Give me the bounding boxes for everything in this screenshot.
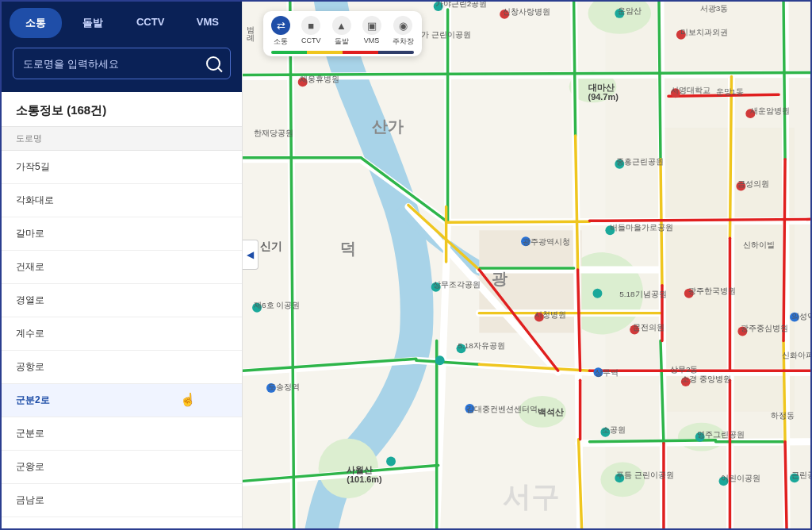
map-label: 미보치과외권	[680, 28, 728, 36]
map-label: 한재당공원	[254, 129, 293, 137]
map-label: 근린공원	[791, 470, 810, 479]
collapse-handle[interactable]: ◀	[243, 240, 259, 270]
map-label: (94.7m)	[588, 92, 619, 102]
map-label: 제6호 이공원	[254, 301, 300, 309]
road-item[interactable]: 금봉로	[2, 517, 242, 528]
road-item[interactable]: 각화대로	[2, 184, 242, 217]
legend-item-cctv[interactable]: ■CCTV	[301, 16, 321, 44]
map-label: 김대중컨벤션센터역	[466, 405, 538, 413]
road-item[interactable]: 군왕로	[2, 451, 242, 484]
svg-point-21	[386, 457, 396, 467]
map-label: 하정동	[771, 411, 795, 420]
map-label: 사월산	[347, 465, 373, 474]
map-label: 시청병원	[534, 310, 566, 319]
road-item[interactable]: 금남로	[2, 484, 242, 517]
svg-point-18	[592, 289, 602, 298]
map-label: 버들마을가로공원	[610, 223, 673, 232]
search-icon[interactable]	[206, 56, 220, 71]
map-label: 5.18기념공원	[619, 290, 666, 298]
legend-label: CCTV	[301, 36, 321, 44]
cursor-icon: ☝	[180, 392, 196, 407]
tab-incident[interactable]: 돌발	[67, 8, 119, 38]
sidebar: 소통돌발CCTVVMS 소통정보 (168건) 도로명 가작5길각화대로갈마로건…	[2, 2, 243, 528]
map-label: 소경 중앙병원	[681, 374, 731, 383]
map-label: 의성역	[791, 312, 810, 321]
map-label: 채웅휴병원	[300, 75, 339, 83]
map-label: 어린이공원	[721, 474, 760, 482]
parking-icon: ◉	[393, 16, 412, 35]
map-label: 상무조각공원	[433, 280, 481, 289]
map-label: 소공원	[602, 425, 626, 434]
incident-icon: ▲	[332, 16, 351, 35]
map-label: 신하이빌	[743, 240, 775, 249]
map-label: 상무역	[595, 368, 619, 377]
map-label: 서광3동	[700, 4, 729, 13]
legend-side-label: 범례	[246, 21, 255, 36]
map-label: 중흥근린공원	[616, 157, 664, 166]
column-header: 도로명	[2, 126, 242, 151]
tab-traffic[interactable]: 소통	[10, 8, 62, 38]
vms-icon: ▣	[362, 16, 381, 35]
map-label: 금성의원	[737, 179, 769, 188]
cctv-icon: ■	[301, 16, 320, 35]
map-label: 광주중심병원	[741, 324, 788, 332]
map-label: 문전의원	[633, 323, 665, 332]
map-label: 덕	[340, 240, 356, 257]
map[interactable]: 범례 ⇄소통■CCTV▲돌발▣VMS◉주차장 ◀	[243, 2, 810, 528]
road-item[interactable]: 건재로	[2, 251, 242, 284]
top-nav: 소통돌발CCTVVMS	[2, 2, 242, 38]
legend-item-vms[interactable]: ▣VMS	[362, 16, 381, 44]
map-label: 대마산	[588, 83, 615, 92]
search-bar	[2, 38, 242, 92]
map-label: 운망1동	[716, 87, 745, 96]
map-label: 산가	[372, 117, 404, 135]
road-item[interactable]: 가작5길	[2, 151, 242, 184]
road-item[interactable]: 경열로	[2, 284, 242, 317]
road-list[interactable]: 가작5길각화대로갈마로건재로경열로계수로공항로군분2로☝군분로군왕로금남로금봉로…	[2, 151, 242, 528]
map-label: 광주한국병원	[688, 286, 736, 295]
map-label: 5.18자유공원	[458, 341, 505, 350]
map-label: 신가 근린이공원	[413, 30, 471, 39]
tab-vms[interactable]: VMS	[182, 8, 234, 38]
legend-item-incident[interactable]: ▲돌발	[332, 16, 351, 47]
map-label: 가야근린2공원	[435, 2, 488, 8]
road-item[interactable]: 군분로	[2, 417, 242, 451]
legend-label: 주차장	[393, 36, 414, 47]
map-legend: ⇄소통■CCTV▲돌발▣VMS◉주차장	[263, 11, 422, 56]
map-label: 새운암병원	[750, 106, 790, 115]
map-label: 서영대학교	[671, 86, 710, 94]
legend-item-parking[interactable]: ◉주차장	[393, 16, 414, 47]
map-label: 신화아파트	[782, 351, 810, 359]
map-label: 운암산	[618, 6, 642, 15]
map-label: 백석산	[538, 407, 564, 417]
map-label: 신기	[260, 240, 282, 252]
legend-color-bar	[271, 51, 414, 54]
road-item[interactable]: 갈마로	[2, 217, 242, 251]
search-input[interactable]	[23, 58, 206, 70]
map-label: 푸듬 근린이공원	[616, 470, 674, 479]
traffic-icon: ⇄	[271, 16, 290, 35]
road-item[interactable]: 계수로	[2, 317, 242, 351]
road-item[interactable]: 군분2로☝	[2, 384, 242, 417]
map-label: 도송정역	[268, 382, 300, 391]
map-canvas[interactable]: 서구 광산가덕 신기 대마산(94.7m)사월산(101.6m)백석산 가야근린…	[243, 2, 810, 528]
tab-cctv[interactable]: CCTV	[124, 8, 177, 38]
legend-item-traffic[interactable]: ⇄소통	[271, 16, 290, 47]
map-label: 영주그린공원	[697, 430, 745, 439]
map-label: 광	[492, 270, 508, 287]
map-label: 상무2동	[670, 365, 699, 374]
road-item[interactable]: 공항로	[2, 351, 242, 384]
map-label: 신창사랑병원	[503, 7, 550, 16]
legend-label: 소통	[274, 36, 288, 47]
svg-point-20	[435, 355, 445, 365]
district-name: 서구	[503, 481, 560, 513]
search-box[interactable]	[13, 48, 231, 79]
legend-label: 돌발	[335, 36, 349, 47]
info-title: 소통정보 (168건)	[2, 92, 242, 126]
map-label: (101.6m)	[347, 474, 382, 484]
legend-label: VMS	[364, 36, 380, 44]
map-label: 광주광역시청	[523, 237, 570, 246]
